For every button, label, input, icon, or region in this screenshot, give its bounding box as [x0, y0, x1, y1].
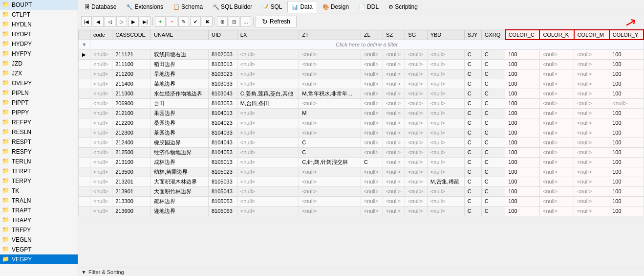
col-header-color_c[interactable]: COLOR_C [505, 30, 540, 40]
col-header-color_m[interactable]: COLOR_M [574, 30, 609, 40]
sidebar-item-trfpy[interactable]: 📁TRFPY [0, 225, 78, 235]
null-value: <null> [364, 139, 379, 145]
nav-edit-btn[interactable]: ✎ [178, 16, 189, 27]
sidebar-item-hyfpy[interactable]: 📁HYFPY [0, 49, 78, 59]
col-header-lx[interactable]: LX [237, 30, 299, 40]
table-row[interactable]: ▶<null>211121双线田埂右边8102003<null><null><n… [79, 49, 644, 59]
data-grid-container[interactable]: codeCASSCODEUNAMEUIDLXZTZLSZSGYBDSJYGXRQ… [78, 29, 644, 268]
tab-ddl[interactable]: 📄DDL [354, 1, 383, 13]
nav-check-btn[interactable]: ✔ [190, 16, 201, 27]
col-header-gxrq[interactable]: GXRQ [481, 30, 505, 40]
col-header-casscode[interactable]: CASSCODE [112, 30, 151, 40]
table-row[interactable]: <null>211200旱地边界8103023<null><null><null… [79, 69, 644, 79]
table-row[interactable]: <null>213300疏林边界8105053<null><null><null… [79, 196, 644, 206]
sidebar-item-ctlpt[interactable]: 📁CTLPT [0, 10, 78, 20]
cell-casscode: 213300 [112, 196, 151, 206]
sidebar-item-ovepy[interactable]: 📁OVEPY [0, 78, 78, 88]
table-row[interactable]: <null>212200桑园边界8104023<null><null><null… [79, 118, 644, 128]
nav-more-btn[interactable]: … [240, 16, 251, 27]
cell-uid: 8103013 [209, 59, 237, 69]
sidebar-item-vegpt[interactable]: 📁VEGPT [0, 245, 78, 254]
cell-sjy: C [464, 49, 481, 59]
sidebar-item-boupt[interactable]: 📁BOUPT [0, 0, 78, 10]
sidebar-item-hydpy[interactable]: 📁HYDPY [0, 39, 78, 49]
table-row[interactable]: <null>212300茶园边界8104033<null><null><null… [79, 128, 644, 138]
nav-remove-btn[interactable]: − [167, 16, 177, 27]
nav-cancel-btn[interactable]: ✖ [202, 16, 213, 27]
filter-row[interactable]: ▼Click here to define a filter [79, 40, 644, 49]
sidebar-item-pippt[interactable]: 📁PIPPT [0, 98, 78, 108]
tab-schema[interactable]: 📋Schema [169, 1, 207, 13]
tab-database[interactable]: 🗄Database [80, 1, 121, 13]
sidebar-item-pippy[interactable]: 📁PIPPY [0, 108, 78, 117]
nav-add-btn[interactable]: + [155, 16, 166, 27]
nav-next-btn[interactable]: ▶ [128, 16, 139, 27]
col-header-color_y[interactable]: COLOR_Y [609, 30, 644, 40]
table-row[interactable]: <null>213201大面积混木林边界8105033<null><null><… [79, 177, 644, 186]
sidebar-item-label: HYDLN [12, 21, 32, 28]
null-value: <null> [408, 91, 423, 96]
sidebar-item-vegln[interactable]: 📁VEGLN [0, 235, 78, 245]
nav-paste-btn[interactable]: ⊟ [229, 16, 239, 27]
nav-forward-btn[interactable]: ▷ [116, 16, 127, 27]
col-header-uname[interactable]: UNAME [150, 30, 208, 40]
table-row[interactable]: <null>213100成林边界8105013<null>C,针,阔,针阔混交林… [79, 157, 644, 167]
col-header-zt[interactable]: ZT [299, 30, 361, 40]
nav-back-btn[interactable]: ◁ [105, 16, 115, 27]
tab-extensions[interactable]: 🔧Extensions [122, 1, 168, 13]
table-row[interactable]: <null>212100果园边界8104013<null>M<null><nul… [79, 108, 644, 118]
sidebar-item-terpy[interactable]: 📁TERPY [0, 176, 78, 186]
sidebar-item-hydpt[interactable]: 📁HYDPT [0, 29, 78, 39]
table-row[interactable]: <null>213600迹地边界8105063<null><null><null… [79, 206, 644, 216]
cell-sz: <null> [383, 196, 405, 206]
tab-sql-builder[interactable]: 🔨SQL Builder [208, 1, 257, 13]
sidebar-item-terln[interactable]: 📁TERLN [0, 157, 78, 166]
table-row[interactable]: <null>211400菜地边界8103033<null><null><null… [79, 79, 644, 89]
cell-uid: 8102003 [209, 49, 237, 59]
sidebar-item-traln[interactable]: 📁TRALN [0, 196, 78, 206]
table-row[interactable]: <null>212500经济作物地边界8104053<null>C<null><… [79, 147, 644, 157]
tab-sql[interactable]: 📝SQL [258, 1, 286, 13]
cell-zl: <null> [361, 69, 383, 79]
sidebar-item-trapt[interactable]: 📁TRAPT [0, 206, 78, 215]
tab-scripting[interactable]: ⚙Scripting [384, 1, 422, 13]
sidebar-item-pipln[interactable]: 📁PIPLN [0, 88, 78, 98]
col-header-sjy[interactable]: SJY [464, 30, 481, 40]
col-header-sg[interactable]: SG [405, 30, 427, 40]
tab-design[interactable]: 🎨Design [318, 1, 353, 13]
table-row[interactable]: <null>213500幼林,苗圃边界8105023<null><null><n… [79, 167, 644, 177]
nav-last-btn[interactable]: ▶| [140, 16, 150, 27]
sidebar-item-tk[interactable]: 📁TK [0, 186, 78, 196]
sidebar-item-jzd[interactable]: 📁JZD [0, 59, 78, 69]
nav-prev-btn[interactable]: ◀ [93, 16, 104, 27]
filter-cell-code[interactable]: Click here to define a filter [90, 40, 644, 49]
col-header-zl[interactable]: ZL [361, 30, 383, 40]
sidebar-item-jzx[interactable]: 📁JZX [0, 69, 78, 78]
sidebar-item-resln[interactable]: 📁RESLN [0, 127, 78, 137]
tab-data[interactable]: 📊Data [287, 1, 317, 13]
col-header-color_k[interactable]: COLOR_K [539, 30, 574, 40]
col-header-sz[interactable]: SZ [383, 30, 405, 40]
sidebar-item-vegpy[interactable]: 📁VEGPY [0, 254, 78, 264]
sidebar-item-trapy[interactable]: 📁TRAPY [0, 215, 78, 225]
sidebar-item-hydln[interactable]: 📁HYDLN [0, 20, 78, 29]
sidebar-item-terpt[interactable]: 📁TERPT [0, 166, 78, 176]
cell-lx: <null> [237, 49, 299, 59]
sidebar-item-refpy[interactable]: 📁REFPY [0, 117, 78, 127]
col-header-uid[interactable]: UID [209, 30, 237, 40]
sidebar-item-respy[interactable]: 📁RESPY [0, 147, 78, 157]
table-row[interactable]: <null>211100稻田边界8103013<null><null><null… [79, 59, 644, 69]
table-row[interactable]: <null>206900台田8103053M,台田,条田<null><null>… [79, 98, 644, 108]
nav-first-btn[interactable]: |◀ [81, 16, 92, 27]
folder-icon: 📁 [2, 1, 10, 9]
col-header-code[interactable]: code [90, 30, 112, 40]
nav-copy-btn[interactable]: ⊞ [217, 16, 228, 27]
table-row[interactable]: <null>212400橡胶园边界8104043<null>C<null><nu… [79, 138, 644, 147]
refresh-button[interactable]: ↻ Refresh [256, 16, 297, 27]
table-row[interactable]: <null>213901大面积竹林边界8105043<null><null><n… [79, 186, 644, 196]
cell-code: <null> [90, 89, 112, 98]
col-header-ybd[interactable]: YBD [427, 30, 464, 40]
sidebar-item-respt[interactable]: 📁RESPT [0, 137, 78, 147]
cell-sg: <null> [405, 118, 427, 128]
table-row[interactable]: <null>211300水生经济作物地边界8103043C,姜角,莲藕,茭白,其… [79, 89, 644, 98]
